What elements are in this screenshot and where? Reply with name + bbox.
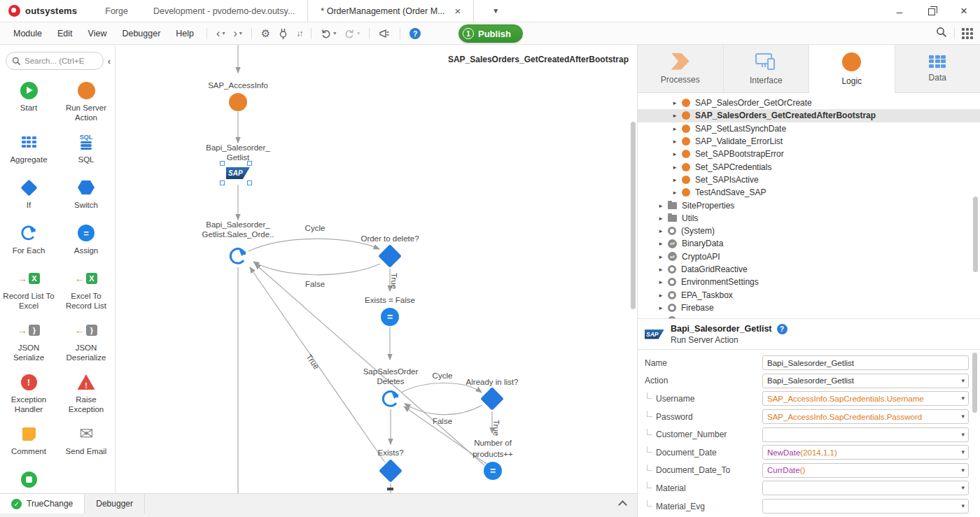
tool-record-list-to-excel[interactable]: →X Record List To Excel bbox=[0, 268, 57, 311]
tool-exception-handler[interactable]: ! Exception Handler bbox=[0, 371, 57, 414]
password-select[interactable]: SAP_AccessInfo.SapCredentials.Password▾ bbox=[762, 409, 969, 424]
tab-ordermanagement[interactable]: * OrderManagement (Order M... × bbox=[307, 0, 474, 22]
selection-handle[interactable] bbox=[220, 161, 225, 166]
node-assign-number-of-products[interactable]: = bbox=[484, 462, 502, 480]
expand-arrow-icon[interactable]: ▸ bbox=[657, 266, 664, 273]
minimize-button[interactable]: – bbox=[883, 6, 916, 17]
tree-vertical-scrollbar[interactable] bbox=[973, 197, 978, 272]
tool-send-email[interactable]: ✉ Send Email bbox=[57, 423, 115, 460]
tab-interface[interactable]: Interface bbox=[724, 45, 810, 93]
tree-item-reference[interactable]: ▸DataGridReactive bbox=[638, 263, 980, 276]
expand-arrow-icon[interactable]: ▸ bbox=[671, 99, 678, 106]
expand-arrow-icon[interactable]: ▸ bbox=[671, 176, 678, 183]
expand-arrow-icon[interactable]: ▸ bbox=[657, 317, 664, 318]
expand-arrow-icon[interactable]: ▸ bbox=[671, 164, 678, 171]
expand-arrow-icon[interactable]: ▸ bbox=[671, 150, 678, 157]
tool-start[interactable]: Start bbox=[0, 80, 57, 122]
help-icon[interactable]: ? bbox=[777, 324, 788, 334]
node-sap-accessinfo[interactable] bbox=[229, 93, 247, 111]
navigate-back-button[interactable]: ‹▾ bbox=[212, 28, 229, 39]
tab-processes[interactable]: Processes bbox=[638, 45, 724, 93]
tree-item-reference[interactable]: ▸EPA_Taskbox bbox=[638, 288, 980, 301]
help-button[interactable]: ? bbox=[405, 28, 425, 39]
compare-merge-icon[interactable]: ↓↑ bbox=[292, 29, 306, 38]
document-date-to-select[interactable]: CurrDate()▾ bbox=[762, 463, 969, 478]
tool-excel-to-record-list[interactable]: ←X Excel To Record List bbox=[57, 268, 115, 311]
settings-gear-icon[interactable]: ⚙ bbox=[257, 27, 274, 40]
expand-arrow-icon[interactable]: ▸ bbox=[657, 202, 664, 209]
tool-sql[interactable]: SQL SQL bbox=[57, 132, 115, 168]
truechange-tab[interactable]: ✓ TrueChange bbox=[0, 494, 85, 514]
debug-plug-icon[interactable] bbox=[274, 28, 292, 39]
document-date-select[interactable]: NewDate(2014,1,1)▾ bbox=[762, 445, 969, 460]
collapse-panel-chevron-icon[interactable] bbox=[618, 500, 627, 509]
menu-debugger[interactable]: Debugger bbox=[114, 29, 168, 38]
expand-arrow-icon[interactable]: ▸ bbox=[671, 189, 678, 196]
close-tab-icon[interactable]: × bbox=[454, 6, 461, 16]
expand-arrow-icon[interactable]: ▸ bbox=[657, 227, 664, 234]
flow-canvas[interactable]: SAP_SalesOrders_GetCreatedAfterBootstrap… bbox=[115, 45, 637, 493]
node-bapi-salesorder-getlist[interactable]: SAP bbox=[226, 167, 250, 179]
tree-item-reference[interactable]: ▸xifBinaryData bbox=[638, 237, 980, 250]
tree-item-action[interactable]: ▸SAP_SalesOrder_GetOrCreate bbox=[638, 97, 980, 109]
tree-item-reference[interactable]: ▸Firebase bbox=[638, 302, 980, 314]
material-evg-select[interactable]: ▾ bbox=[762, 499, 969, 514]
tab-list-dropdown[interactable]: ▼ bbox=[474, 0, 517, 22]
node-assign-exists-false[interactable]: = bbox=[381, 308, 399, 326]
tab-forge[interactable]: Forge bbox=[92, 0, 141, 22]
expand-arrow-icon[interactable]: ▸ bbox=[657, 278, 664, 285]
menu-module[interactable]: Module bbox=[6, 29, 50, 38]
tree-item-action[interactable]: ▸TestAndSave_SAP bbox=[638, 186, 980, 199]
restore-button[interactable] bbox=[916, 6, 948, 17]
debugger-tab[interactable]: Debugger bbox=[85, 494, 145, 514]
tool-assign[interactable]: = Assign bbox=[57, 222, 115, 259]
tree-item-folder[interactable]: ▸SiteProperties bbox=[638, 199, 980, 211]
toolbox-search[interactable] bbox=[6, 52, 104, 70]
expand-arrow-icon[interactable]: ▸ bbox=[657, 304, 664, 311]
tree-item-action[interactable]: ▸Set_SAPCredentials bbox=[638, 160, 980, 173]
tool-if[interactable]: If bbox=[0, 177, 57, 213]
global-search-icon[interactable] bbox=[936, 27, 947, 41]
expand-arrow-icon[interactable]: ▸ bbox=[671, 125, 678, 132]
tool-for-each[interactable]: For Each bbox=[0, 222, 57, 259]
username-select[interactable]: SAP_AccessInfo.SapCredentials.Username▾ bbox=[762, 391, 969, 406]
menu-view[interactable]: View bbox=[80, 29, 115, 38]
undo-button[interactable]: ▾ bbox=[316, 28, 340, 38]
tree-item-action[interactable]: ▸SAP_SetLastSynchDate bbox=[638, 122, 980, 135]
tree-item-reference[interactable]: ▸ bbox=[638, 314, 980, 318]
action-select[interactable]: Bapi_Salesorder_Getlist▾ bbox=[762, 374, 969, 388]
tree-item-reference[interactable]: ▸EnvironmentSettings bbox=[638, 276, 980, 288]
material-select[interactable]: ▾ bbox=[762, 481, 969, 495]
expand-arrow-icon[interactable]: ▸ bbox=[671, 138, 678, 145]
tool-json-deserialize[interactable]: ←} JSON Deserialize bbox=[57, 320, 115, 362]
tab-logic[interactable]: Logic bbox=[809, 45, 895, 93]
redo-button[interactable]: ▾ bbox=[340, 28, 364, 38]
menu-help[interactable]: Help bbox=[168, 29, 202, 38]
toolbox-search-input[interactable] bbox=[24, 57, 85, 65]
tool-run-server-action[interactable]: Run Server Action bbox=[57, 80, 115, 122]
tab-data[interactable]: Data bbox=[895, 45, 980, 93]
properties-vertical-scrollbar[interactable] bbox=[972, 353, 977, 413]
tool-aggregate[interactable]: Aggregate bbox=[0, 132, 57, 168]
app-switcher-icon[interactable] bbox=[962, 28, 973, 39]
tree-item-action[interactable]: ▸Set_SAPBootstrapError bbox=[638, 148, 980, 160]
selection-handle[interactable] bbox=[247, 161, 252, 166]
expand-arrow-icon[interactable]: ▸ bbox=[657, 240, 664, 247]
navigate-forward-button[interactable]: ›▾ bbox=[229, 28, 246, 39]
name-input[interactable]: Bapi_Salesorder_Getlist bbox=[762, 355, 969, 370]
selection-handle[interactable] bbox=[220, 180, 225, 185]
expand-arrow-icon[interactable]: ▸ bbox=[657, 253, 664, 260]
feedback-megaphone-icon[interactable] bbox=[374, 29, 395, 38]
tool-raise-exception[interactable]: ! Raise Exception bbox=[57, 371, 115, 414]
menu-edit[interactable]: Edit bbox=[50, 29, 80, 38]
tree-item-reference[interactable]: ▸(System) bbox=[638, 225, 980, 237]
tree-item-reference[interactable]: ▸xifCryptoAPI bbox=[638, 250, 980, 263]
close-window-button[interactable]: × bbox=[948, 4, 980, 18]
tree-item-action-selected[interactable]: ▸SAP_SalesOrders_GetCreatedAfterBootstra… bbox=[638, 109, 980, 122]
tree-item-folder[interactable]: ▸Utils bbox=[638, 212, 980, 225]
tool-comment[interactable]: Comment bbox=[0, 423, 57, 460]
selection-handle[interactable] bbox=[247, 180, 252, 185]
expand-arrow-icon[interactable]: ▸ bbox=[657, 292, 664, 299]
tool-switch[interactable]: Switch bbox=[57, 177, 115, 213]
node-foreach2[interactable] bbox=[380, 388, 401, 409]
